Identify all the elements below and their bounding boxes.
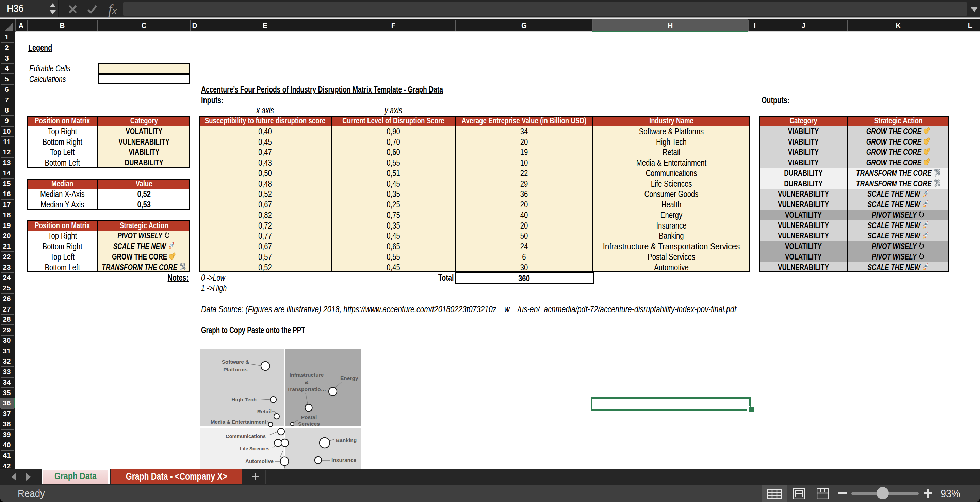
svg-text:Postal: Postal <box>301 414 317 420</box>
svg-text:&: & <box>305 379 308 385</box>
svg-text:Media & Entertainment: Media & Entertainment <box>211 419 266 425</box>
svg-text:Automotive: Automotive <box>245 458 274 464</box>
svg-text:Banking: Banking <box>336 437 356 443</box>
svg-text:Retail: Retail <box>257 408 272 414</box>
svg-text:Transportatio…: Transportatio… <box>287 386 326 392</box>
svg-text:Life Sciences: Life Sciences <box>240 446 269 451</box>
svg-text:Services: Services <box>298 421 320 427</box>
svg-text:Infrastructure: Infrastructure <box>290 372 324 378</box>
svg-text:Platforms: Platforms <box>223 367 248 372</box>
svg-text:High Tech: High Tech <box>231 397 256 402</box>
svg-text:Software &: Software & <box>222 359 250 365</box>
svg-text:Energy: Energy <box>340 375 358 381</box>
svg-text:Insurance: Insurance <box>331 457 356 463</box>
svg-text:Communications: Communications <box>226 433 266 439</box>
